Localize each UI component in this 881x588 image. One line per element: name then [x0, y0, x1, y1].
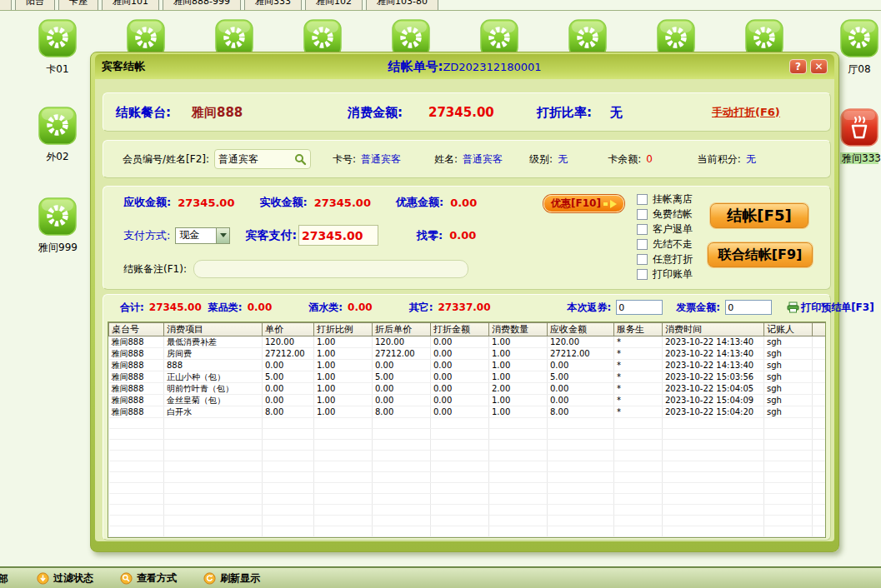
points-label: 当前积分:: [698, 152, 741, 167]
checkbox-box[interactable]: [637, 209, 648, 220]
print-presettle-f3-button[interactable]: 打印预结单[F3]: [787, 301, 874, 315]
checkbox-2[interactable]: 客户退单: [637, 222, 693, 237]
checkout-options: 挂帐离店免费结帐客户退单先结不走任意打折打印账单: [637, 192, 693, 282]
checkbox-box[interactable]: [637, 194, 648, 205]
empty-row: [109, 494, 827, 505]
consume-amount-value: 27345.00: [428, 105, 494, 120]
pay-method-select[interactable]: 现金: [175, 227, 230, 244]
pay-method-label: 支付方式:: [123, 228, 170, 243]
desk-icon-free[interactable]: 卡01: [38, 19, 77, 75]
guest-pay-label: 宾客支付:: [245, 228, 297, 243]
close-button[interactable]: ✕: [810, 59, 828, 74]
total-value: 27345.00: [149, 301, 202, 313]
consume-amount-label: 消费金额:: [348, 104, 403, 120]
card-balance-value: 0: [646, 153, 653, 165]
column-header: 服务生: [614, 323, 663, 336]
change-value: 0.00: [449, 229, 476, 242]
coupon-f10-button[interactable]: 优惠[F10]: [543, 195, 624, 212]
empty-row: [109, 483, 827, 494]
checkbox-box[interactable]: [637, 254, 648, 265]
desk-label: 雅间333: [840, 152, 878, 164]
room-tab-5[interactable]: 雅间333: [244, 0, 302, 11]
checkbox-box[interactable]: [637, 269, 648, 280]
invoice-input[interactable]: [725, 300, 772, 315]
room-tab-4[interactable]: 雅间888-999: [163, 0, 241, 11]
checkbox-3[interactable]: 先结不走: [637, 237, 693, 252]
dialog-body: 结账餐台: 雅间888 消费金额: 27345.00 打折比率: 无 手动打折(…: [95, 79, 834, 541]
refresh-circle-icon: [203, 572, 216, 585]
coupon-return-label: 本次返券:: [568, 301, 612, 315]
room-tab-0[interactable]: 大厅: [0, 0, 12, 11]
empty-row: [109, 537, 827, 539]
refresh-display-button[interactable]: 刷新显示: [203, 571, 260, 586]
empty-row: [109, 526, 827, 537]
empty-row: [109, 440, 827, 451]
column-header: 折后单价: [373, 323, 431, 336]
filter-status-button[interactable]: 过滤状态: [37, 571, 93, 586]
desk-icon-free[interactable]: 雅间999: [38, 197, 77, 253]
desk-label: 结账餐台:: [116, 104, 171, 120]
coupon-return-input[interactable]: [616, 300, 663, 315]
search-icon[interactable]: [294, 153, 307, 166]
column-header: 消费数量: [489, 323, 548, 336]
room-tab-2[interactable]: 卡座: [58, 0, 98, 11]
column-header: 应收金额: [548, 323, 614, 336]
table-row[interactable]: 雅间8888880.001.000.000.001.000.00*2023-10…: [109, 360, 827, 371]
checkbox-box[interactable]: [637, 224, 648, 235]
level-value: 无: [558, 152, 568, 167]
level-label: 级别:: [529, 152, 553, 167]
guest-pay-input[interactable]: [298, 225, 378, 246]
column-header: 消费时间: [663, 323, 764, 336]
room-tab-6[interactable]: 雅间102: [305, 0, 363, 11]
discount-rate-value: 无: [610, 104, 623, 120]
desk-icon-busy[interactable]: 雅间333: [840, 108, 878, 164]
table-row[interactable]: 雅间888最低消费补差120.001.00120.000.001.00120.0…: [109, 336, 827, 348]
checkbox-label: 免费结帐: [653, 207, 693, 222]
checkbox-box[interactable]: [637, 239, 648, 250]
table-header-row: 桌台号消费项目单价打折比例折后单价打折金额消费数量应收金额服务生消费时间记账人: [109, 323, 827, 336]
remark-input[interactable]: [193, 260, 468, 278]
checkbox-4[interactable]: 任意打折: [637, 252, 693, 267]
swirl-icon: [38, 107, 77, 145]
table-row[interactable]: 雅间888正山小种（包）5.001.005.000.001.005.00*202…: [109, 371, 827, 383]
card-no-value: 普通宾客: [361, 152, 401, 167]
table-row[interactable]: 雅间888金丝皇菊（包）0.001.000.000.001.000.00*202…: [109, 395, 827, 406]
chevron-down-icon[interactable]: [216, 228, 229, 243]
receivable-value: 27345.00: [178, 197, 234, 209]
member-name-value: 普通宾客: [463, 152, 503, 167]
view-mode-button[interactable]: 查看方式: [120, 571, 177, 586]
room-tab-3[interactable]: 雅间101: [102, 0, 159, 11]
joint-settle-f9-button[interactable]: 联合结帐[F9]: [708, 242, 813, 267]
desk-label: 厅08: [840, 63, 878, 75]
room-tab-1[interactable]: 阳台: [15, 0, 55, 11]
drink-label: 酒水类:: [308, 301, 343, 315]
receivable-label: 应收金额:: [123, 195, 171, 210]
empty-row: [109, 451, 827, 461]
other-value: 27337.00: [438, 301, 490, 313]
checkbox-5[interactable]: 打印账单: [637, 267, 693, 282]
room-tab-7[interactable]: 雅间103-80: [366, 0, 438, 11]
settle-f5-button[interactable]: 结帐[F5]: [710, 203, 808, 228]
status-item-label: 刷新显示: [220, 571, 260, 586]
member-search-input[interactable]: [218, 153, 294, 165]
checkbox-0[interactable]: 挂帐离店: [637, 192, 693, 207]
bill-number: 结帐单号:ZD202312180001: [95, 58, 834, 75]
checkbox-1[interactable]: 免费结帐: [637, 207, 693, 222]
desk-icon-free[interactable]: 厅08: [840, 19, 878, 75]
member-search-box[interactable]: [214, 149, 311, 169]
desk-label: 外02: [38, 151, 77, 162]
table-row[interactable]: 雅间888白开水8.001.008.000.001.008.00*2023-10…: [109, 406, 827, 418]
bill-number-label: 结帐单号:: [388, 59, 443, 74]
checkout-header-panel: 结账餐台: 雅间888 消费金额: 27345.00 打折比率: 无 手动打折(…: [103, 92, 831, 132]
manual-discount-link[interactable]: 手动打折(F6): [712, 105, 780, 120]
column-header: 桌台号: [109, 323, 164, 336]
dialog-titlebar: 宾客结帐 结帐单号:ZD202312180001 ? ✕: [95, 54, 834, 79]
help-button[interactable]: ?: [789, 59, 807, 74]
table-row[interactable]: 雅间888房间费27212.001.0027212.000.001.002721…: [109, 348, 827, 360]
desk-icon-free[interactable]: 外02: [38, 107, 77, 162]
desk-label: 卡01: [38, 63, 77, 75]
column-header: 单价: [263, 323, 314, 336]
table-row[interactable]: 雅间888明前竹叶青（包）0.001.000.000.002.000.00*20…: [109, 383, 827, 395]
card-balance-label: 卡余额:: [608, 152, 641, 167]
printer-icon: [787, 301, 799, 313]
